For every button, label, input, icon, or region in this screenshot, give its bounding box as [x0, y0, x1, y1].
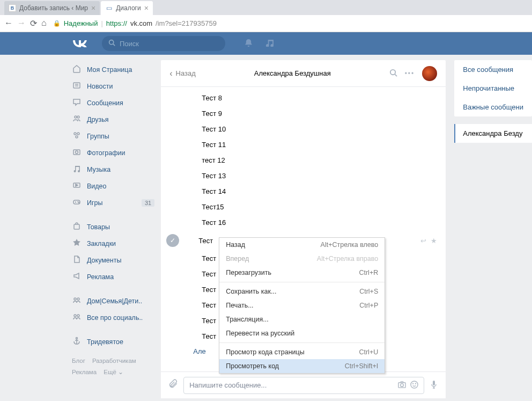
sidebar-item-photo[interactable]: Фотографии — [70, 144, 157, 161]
browser-tab[interactable]: ▭ Диалоги × — [101, 1, 153, 15]
message-row[interactable]: Тест 8 — [169, 90, 437, 106]
reply-icon[interactable]: ↩ — [420, 237, 426, 245]
conversation-title[interactable]: Александра Бездушная — [196, 69, 389, 77]
doc-icon — [72, 255, 82, 265]
context-menu-item: ВпередAlt+Стрелка вправо — [219, 252, 385, 266]
filter-important[interactable]: Важные сообщени — [454, 98, 532, 116]
check-icon[interactable]: ✓ — [166, 234, 179, 247]
svg-point-17 — [79, 202, 79, 203]
forward-arrow-icon[interactable]: → — [17, 18, 26, 28]
message-row[interactable]: Тест 16 — [169, 215, 437, 230]
emoji-icon[interactable] — [410, 381, 418, 390]
address-bar[interactable]: 🔒 Надежный | https://vk.com/im?sel=21793… — [53, 19, 528, 27]
message-row[interactable]: Тест 11 — [169, 137, 437, 152]
star-icon — [72, 238, 82, 249]
notifications-icon[interactable] — [245, 39, 253, 48]
svg-point-19 — [74, 298, 76, 300]
sidebar-item-group[interactable]: Дом|Семья|Дети.. — [70, 293, 157, 309]
lock-icon: 🔒 — [53, 20, 61, 27]
message-text: Тест 8 — [202, 94, 222, 102]
compose-input[interactable] — [189, 381, 394, 389]
message-text: Тест 11 — [202, 141, 226, 149]
context-menu-item[interactable]: Сохранить как...Ctrl+S — [219, 285, 385, 298]
attach-icon[interactable] — [168, 379, 178, 391]
svg-point-23 — [76, 338, 78, 339]
sidebar-item-label: Тридевятое — [87, 338, 123, 346]
bag-icon — [72, 222, 82, 232]
home-icon[interactable]: ⌂ — [41, 18, 47, 28]
sidebar-item-news[interactable]: Новости — [70, 78, 157, 94]
filter-unread[interactable]: Непрочитанные — [454, 79, 532, 98]
search-icon[interactable] — [389, 69, 397, 78]
sidebar-item-star[interactable]: Закладки — [70, 235, 157, 252]
sidebar-item-groups[interactable]: Группы — [70, 128, 157, 144]
footer-more[interactable]: Ещё ⌄ — [104, 369, 123, 375]
sidebar-item-group[interactable]: Все про социаль.. — [70, 309, 157, 326]
photo-icon — [72, 148, 82, 158]
sidebar-item-anchor[interactable]: Тридевятое — [70, 333, 157, 350]
star-icon[interactable]: ★ — [431, 237, 437, 245]
tab-close-icon[interactable]: × — [144, 4, 149, 12]
back-button[interactable]: ‹ Назад — [169, 69, 196, 78]
sidebar-item-bag[interactable]: Товары — [70, 218, 157, 235]
context-menu-item[interactable]: Трансляция... — [219, 312, 385, 326]
context-menu-item[interactable]: ПерезагрузитьCtrl+R — [219, 266, 385, 280]
tab-close-icon[interactable]: × — [91, 4, 95, 12]
context-menu-item[interactable]: НазадAlt+Стрелка влево — [219, 238, 385, 252]
sidebar-item-games[interactable]: Игры31 — [70, 194, 157, 211]
message-text: Тест 16 — [202, 218, 226, 227]
ctx-shortcut: Ctrl+Shift+I — [345, 362, 379, 370]
friends-icon — [72, 114, 82, 125]
message-text: Тест — [202, 317, 216, 325]
sidebar-item-label: Моя Страница — [87, 66, 132, 74]
vk-logo[interactable] — [72, 37, 87, 50]
message-text: Тест — [202, 270, 216, 278]
svg-point-0 — [109, 40, 114, 45]
back-arrow-icon[interactable]: ← — [4, 18, 13, 28]
sidebar-item-label: Товары — [87, 223, 110, 231]
search-box[interactable] — [102, 36, 225, 51]
sidebar-item-msg[interactable]: Сообщения — [70, 94, 157, 111]
message-row[interactable]: Тест 13 — [169, 168, 437, 184]
message-row[interactable]: Тест 9 — [169, 106, 437, 121]
chevron-left-icon: ‹ — [169, 69, 172, 78]
sidebar-item-video[interactable]: Видео — [70, 178, 157, 194]
message-text: Тест 10 — [202, 125, 226, 133]
sidebar-item-label: Закладки — [87, 240, 116, 247]
search-input[interactable] — [120, 40, 219, 48]
sidebar-item-friends[interactable]: Друзья — [70, 111, 157, 128]
context-menu-item[interactable]: Просмотреть кодCtrl+Shift+I — [219, 359, 385, 373]
context-menu-item[interactable]: Перевести на русский — [219, 326, 385, 340]
message-text: Тест 9 — [202, 110, 222, 118]
ctx-label: Сохранить как... — [226, 288, 276, 295]
footer-ads[interactable]: Реклама — [72, 369, 97, 375]
filter-active-user[interactable]: Александра Безду — [454, 124, 532, 143]
sidebar-item-home[interactable]: Моя Страница — [70, 61, 157, 78]
sidebar-item-doc[interactable]: Документы — [70, 252, 157, 268]
message-row[interactable]: Тест15 — [169, 199, 437, 215]
sidebar-item-music[interactable]: Музыка — [70, 161, 157, 178]
right-column: Все сообщения Непрочитанные Важные сообщ… — [454, 55, 532, 398]
message-row[interactable]: Тест 10 — [169, 121, 437, 137]
footer-blog[interactable]: Блог — [72, 358, 85, 364]
browser-tab[interactable]: В Добавить запись ‹ Мир × — [4, 1, 100, 15]
sidebar-item-ads[interactable]: Реклама — [70, 268, 157, 285]
filter-all[interactable]: Все сообщения — [454, 60, 532, 79]
camera-icon[interactable] — [398, 381, 406, 390]
message-text: Тест 13 — [202, 172, 226, 180]
mic-icon[interactable] — [430, 380, 438, 391]
message-row[interactable]: тест 12 — [169, 152, 437, 168]
context-menu-item[interactable]: Просмотр кода страницыCtrl+U — [219, 345, 385, 359]
message-row[interactable]: Тест 14 — [169, 184, 437, 199]
context-menu-item[interactable]: Печать...Ctrl+P — [219, 298, 385, 312]
message-text: Тест — [202, 332, 216, 340]
more-icon[interactable]: ••• — [405, 70, 415, 77]
reload-icon[interactable]: ⟳ — [30, 18, 37, 28]
music-icon[interactable] — [265, 39, 274, 48]
sidebar-item-label: Игры — [87, 199, 102, 207]
ctx-label: Назад — [226, 241, 245, 249]
message-text: Тест — [198, 237, 213, 245]
avatar[interactable] — [422, 66, 437, 81]
ctx-label: Перезагрузить — [226, 269, 271, 276]
footer-devs[interactable]: Разработчикам — [92, 358, 136, 364]
